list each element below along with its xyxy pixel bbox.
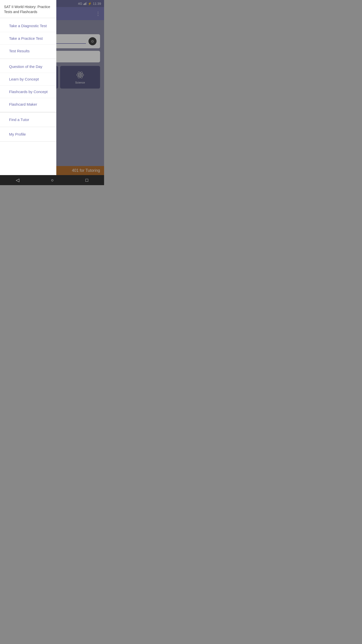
drawer-header-text: SAT II World History: Practice Tests and…: [4, 5, 50, 14]
drawer-item-results[interactable]: Test Results: [0, 45, 56, 57]
nav-home-button[interactable]: ○: [51, 178, 54, 183]
drawer-header: SAT II World History: Practice Tests and…: [0, 0, 56, 18]
drawer-dim-overlay[interactable]: [56, 0, 104, 185]
drawer-item-flashcards[interactable]: Flashcards by Concept: [0, 86, 56, 98]
drawer-my-profile-section: My Profile: [0, 127, 56, 142]
drawer-item-practice[interactable]: Take a Practice Test: [0, 32, 56, 45]
drawer-section-1: Take a Diagnostic Test Take a Practice T…: [0, 18, 56, 59]
drawer-spacer: [0, 142, 56, 175]
navigation-drawer: SAT II World History: Practice Tests and…: [0, 0, 56, 185]
drawer-section-2: Question of the Day Learn by Concept Fla…: [0, 59, 56, 112]
drawer-item-diagnostic[interactable]: Take a Diagnostic Test: [0, 20, 56, 32]
drawer-item-find-tutor[interactable]: Find a Tutor: [0, 112, 56, 127]
drawer-item-flashcard-maker[interactable]: Flashcard Maker: [0, 98, 56, 110]
drawer-item-qotd[interactable]: Question of the Day: [0, 60, 56, 73]
drawer-overlay: SAT II World History: Practice Tests and…: [0, 0, 104, 185]
drawer-item-my-profile[interactable]: My Profile: [0, 127, 56, 141]
nav-back-button[interactable]: ◁: [16, 177, 19, 183]
nav-recent-button[interactable]: □: [85, 178, 88, 183]
android-nav-bar: ◁ ○ □: [0, 175, 104, 185]
drawer-item-learn[interactable]: Learn by Concept: [0, 73, 56, 86]
drawer-find-tutor-section: Find a Tutor: [0, 112, 56, 127]
